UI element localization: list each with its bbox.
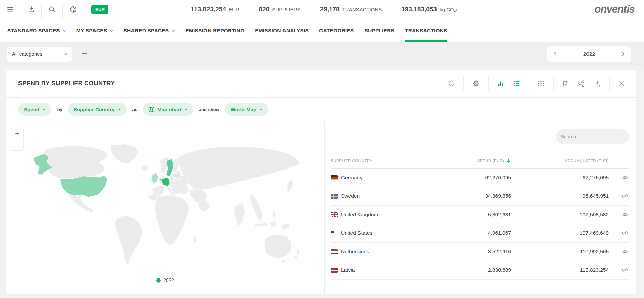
table-search [556, 129, 629, 144]
widget-toolbar [447, 76, 626, 91]
zoom-out-button[interactable]: − [11, 139, 23, 150]
map-region-madagascar [193, 236, 197, 244]
metric-chip-label: Spend [24, 107, 39, 112]
chevron-right-icon [622, 52, 624, 56]
list-view-button[interactable] [513, 80, 520, 87]
map-scope-chip[interactable]: World Map▼ [225, 103, 268, 116]
chart-view-button[interactable] [497, 80, 504, 87]
map-country-united-states[interactable] [60, 176, 107, 197]
stat-suppliers: 820SUPPLIERS [259, 6, 301, 13]
tab-transactions[interactable]: TRANSACTIONS [405, 19, 447, 42]
map-country-sweden[interactable] [166, 159, 174, 176]
apps-grid-button[interactable] [537, 80, 545, 87]
tab-suppliers[interactable]: SUPPLIERS [364, 19, 394, 42]
chevron-down-icon [172, 30, 175, 32]
add-widget-button[interactable] [97, 51, 103, 58]
spend-value: 62,276,095 [441, 175, 511, 181]
tab-emission-reporting[interactable]: EMISSION REPORTING [185, 19, 244, 42]
export-button[interactable] [594, 80, 601, 87]
top-bar: EUR 113,823,254EUR 820SUPPLIERS 29,178TR… [0, 0, 644, 19]
zoom-in-button[interactable]: + [11, 128, 23, 139]
table-row-united-states[interactable]: United States 4,961,067 107,469,649 [331, 224, 629, 243]
year-selector: 2022 [547, 46, 631, 62]
theme-button[interactable] [63, 0, 83, 19]
download-button[interactable] [21, 0, 42, 19]
save-button[interactable] [562, 80, 569, 87]
close-button[interactable] [618, 80, 626, 87]
currency-badge[interactable]: EUR [91, 5, 108, 14]
download-icon [594, 80, 601, 87]
gear-icon [472, 80, 480, 87]
eye-off-icon [621, 211, 628, 218]
eye-off-icon [621, 267, 628, 273]
flag-sweden-icon [331, 194, 338, 199]
spend-value: 2,830,689 [441, 267, 511, 273]
search-input[interactable] [561, 134, 623, 139]
settings-button[interactable] [472, 80, 480, 87]
hide-row-button[interactable] [609, 267, 629, 273]
map-legend: 2022 [6, 277, 324, 283]
filter-button[interactable] [81, 51, 88, 58]
hide-row-button[interactable] [609, 211, 629, 218]
stat-transactions: 29,178TRANSACTIONS [320, 6, 382, 13]
table-row-germany[interactable]: Germany 62,276,095 62,276,095 [331, 169, 629, 187]
map-country-united-kingdom[interactable] [151, 173, 158, 184]
share-button[interactable] [578, 80, 585, 87]
stat-spend-value: 113,823,254 [191, 6, 226, 13]
chevron-down-icon: ▼ [42, 108, 46, 111]
hide-row-button[interactable] [609, 193, 629, 199]
eye-off-icon [621, 174, 628, 181]
tab-emission-analysis[interactable]: EMISSION ANALYSIS [255, 19, 309, 42]
map-country-germany[interactable] [162, 177, 170, 186]
filter-icon [81, 51, 88, 58]
bar-chart-icon [497, 80, 504, 87]
hide-row-button[interactable] [609, 230, 629, 236]
table-row-sweden[interactable]: Sweden 34,369,856 96,645,951 [331, 187, 629, 206]
column-header-spend[interactable]: SPEND (EUR) [441, 158, 511, 163]
column-header-supplier-country[interactable]: SUPPLIER COUNTRY [331, 159, 441, 163]
tab-my-spaces[interactable]: MY SPACES [76, 19, 113, 42]
world-map [29, 141, 304, 272]
hide-row-button[interactable] [609, 174, 629, 181]
map-country-latvia[interactable] [173, 173, 181, 178]
previous-year-button[interactable] [553, 50, 558, 58]
table-row-united-kingdom[interactable]: United Kingdom 5,862,631 102,508,582 [331, 206, 629, 224]
palette-icon [69, 6, 77, 13]
hide-row-button[interactable] [609, 248, 629, 255]
tab-label: STANDARD SPACES [7, 28, 60, 34]
column-header-accumulated[interactable]: ACCUMULATED (EUR) [511, 159, 609, 163]
category-dropdown[interactable]: All categories [7, 47, 72, 62]
map-scope-chip-label: World Map [231, 107, 256, 112]
country-name: Latvia [341, 267, 355, 273]
stat-co2: 193,183,053kg CO₂e [401, 6, 458, 13]
dimension-chip[interactable]: Supplier Country▼ [68, 103, 127, 116]
eye-off-icon [621, 193, 628, 199]
map-region-australia [264, 235, 292, 258]
country-table-panel: SUPPLIER COUNTRY SPEND (EUR) ACCUMULATED… [325, 121, 636, 294]
widget-title: SPEND BY SUPPLIER COUNTRY [18, 80, 115, 87]
map-region-new-guinea [281, 224, 290, 229]
spend-value: 3,522,916 [441, 249, 511, 255]
menu-button[interactable] [0, 0, 21, 19]
search-button[interactable] [42, 0, 63, 19]
tab-categories[interactable]: CATEGORIES [319, 19, 354, 42]
year-value: 2022 [583, 51, 595, 57]
refresh-button[interactable] [447, 80, 455, 87]
accumulated-value: 113,823,254 [511, 267, 609, 273]
table-row-latvia[interactable]: Latvia 2,830,689 113,823,254 [331, 261, 629, 280]
filter-bar: All categories 2022 [0, 42, 644, 66]
accumulated-value: 110,992,565 [511, 249, 609, 255]
metric-chip[interactable]: Spend▼ [18, 103, 51, 116]
next-year-button[interactable] [620, 50, 626, 58]
search-icon[interactable] [623, 134, 624, 140]
chevron-down-icon: ▼ [259, 108, 263, 111]
accumulated-value: 107,469,649 [511, 230, 609, 236]
query-builder: Spend▼ by Supplier Country▼ as Map chart… [6, 98, 636, 121]
visualization-chip[interactable]: Map chart▼ [143, 103, 193, 116]
widget-header: SPEND BY SUPPLIER COUNTRY [6, 70, 636, 98]
table-row-netherlands[interactable]: Netherlands 3,522,916 110,992,565 [331, 243, 629, 261]
tab-label: CATEGORIES [319, 28, 354, 34]
tab-shared-spaces[interactable]: SHARED SPACES [123, 19, 175, 42]
query-conjunction: as [132, 107, 137, 112]
tab-standard-spaces[interactable]: STANDARD SPACES [7, 19, 66, 42]
